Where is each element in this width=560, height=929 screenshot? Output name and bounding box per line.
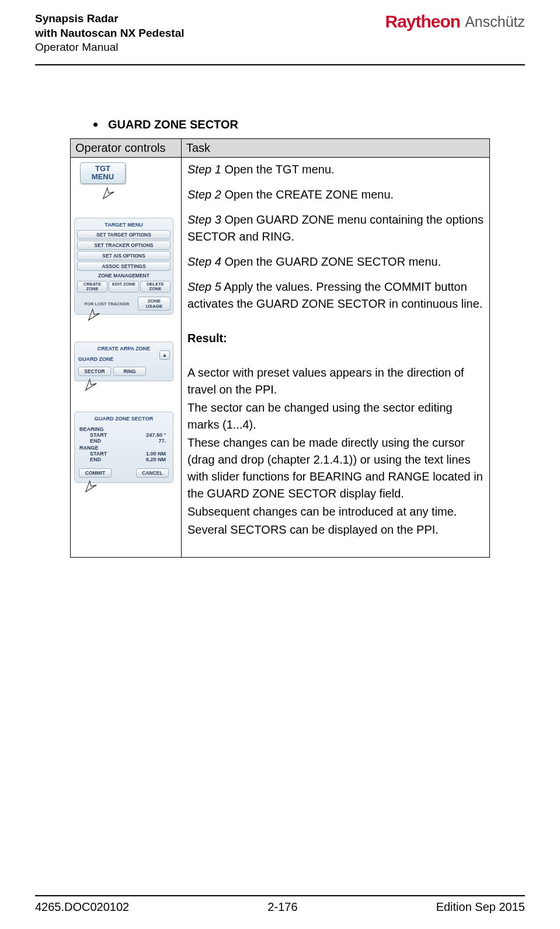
step4-text: Open the GUARD ZONE SECTOR menu. (221, 255, 441, 268)
operator-controls-cell: TGT MENU TARGET MENU SET TARGET OPT (71, 158, 182, 558)
bullet-icon (93, 123, 98, 127)
step5-label: Step 5 (187, 280, 221, 293)
assoc-settings-button[interactable]: ASSOC SETTINGS (77, 262, 171, 271)
guard-zone-label: GUARD ZONE (77, 354, 171, 366)
create-zone-button[interactable]: CREATE ZONE (77, 281, 107, 293)
chevron-up-icon: ▲ (162, 352, 168, 358)
col-header-task: Task (182, 139, 490, 158)
footer-doc-id: 4265.DOC020102 (35, 900, 129, 914)
ring-button[interactable]: RING (113, 367, 146, 376)
footer-divider (35, 895, 525, 896)
result-p3: These changes can be made directly using… (187, 434, 484, 502)
zone-management-label: ZONE MANAGEMENT (77, 273, 171, 279)
target-menu-title: TARGET MENU (77, 222, 171, 228)
result-p1: A sector with preset values appears in t… (187, 364, 484, 398)
task-cell: Step 1 Open the TGT menu. Step 2 Open th… (182, 158, 490, 558)
cancel-button[interactable]: CANCEL (136, 468, 169, 478)
result-p2: The sector can be changed using the sect… (187, 399, 484, 433)
section-heading: GUARD ZONE SECTOR (93, 118, 490, 131)
guard-zone-sector-panel: GUARD ZONE SECTOR BEARING START 247.50 °… (74, 412, 173, 483)
target-menu-panel: TARGET MENU SET TARGET OPTIONS SET TRACK… (74, 218, 173, 315)
tgt-menu-line2: MENU (92, 172, 114, 181)
result-label: Result: (187, 330, 484, 347)
footer-page-number: 2-176 (267, 900, 297, 914)
create-arpa-title: CREATE ARPA ZONE (77, 346, 171, 352)
header-title-block: Synapsis Radar with Nautoscan NX Pedesta… (35, 12, 185, 55)
header-line2: with Nautoscan NX Pedestal (35, 26, 185, 41)
bearing-end-value[interactable]: 77. (158, 438, 166, 444)
range-start-value[interactable]: 1.00 NM (146, 451, 166, 457)
set-tracker-options-button[interactable]: SET TRACKER OPTIONS (77, 241, 171, 250)
bearing-label: BEARING (79, 426, 168, 432)
step2-label: Step 2 (187, 188, 221, 201)
result-p5: Several SECTORS can be displayed on the … (187, 521, 484, 538)
header-line1: Synapsis Radar (35, 12, 185, 26)
step3-label: Step 3 (187, 213, 221, 226)
tgt-menu-line1: TGT (95, 164, 110, 173)
tgt-menu-button[interactable]: TGT MENU (80, 162, 126, 184)
edit-zone-button[interactable]: EDIT ZONE (109, 281, 139, 293)
task-table: Operator controls Task TGT MENU (70, 138, 490, 558)
cursor-arrow-icon (86, 307, 102, 323)
cursor-arrow-icon (83, 478, 99, 495)
zone-usage-button[interactable]: ZONE USAGE (138, 297, 171, 311)
commit-button[interactable]: COMMIT (79, 468, 112, 478)
step1-label: Step 1 (187, 163, 221, 176)
collapse-button[interactable]: ▲ (159, 350, 170, 360)
cursor-arrow-icon (83, 377, 99, 393)
range-label: RANGE (79, 445, 168, 451)
range-start-label: START (90, 451, 107, 457)
page-header: Synapsis Radar with Nautoscan NX Pedesta… (35, 12, 525, 61)
header-line3: Operator Manual (35, 40, 185, 55)
result-p4: Subsequent changes can be introduced at … (187, 503, 484, 520)
page-footer: 4265.DOC020102 2-176 Edition Sep 2015 (35, 900, 525, 914)
range-end-label: END (90, 457, 101, 462)
step4-label: Step 4 (187, 255, 221, 268)
logo-raytheon: Raytheon (385, 12, 460, 32)
gz-sector-title: GUARD ZONE SECTOR (77, 416, 171, 422)
bearing-end-label: END (90, 438, 101, 444)
section-title: GUARD ZONE SECTOR (108, 118, 238, 131)
step1-text: Open the TGT menu. (221, 163, 335, 176)
logo-anschutz: Anschütz (465, 13, 525, 30)
step5-text: Apply the values. Pressing the COMMIT bu… (187, 280, 482, 310)
cursor-arrow-icon (100, 185, 117, 201)
bearing-start-label: START (90, 432, 107, 438)
delete-zone-button[interactable]: DELETE ZONE (140, 281, 171, 293)
range-end-value[interactable]: 6.20 NM (146, 457, 166, 462)
bearing-start-value[interactable]: 247.50 ° (146, 432, 166, 438)
step3-text: Open GUARD ZONE menu containing the opti… (187, 213, 484, 243)
set-target-options-button[interactable]: SET TARGET OPTIONS (77, 230, 171, 239)
step2-text: Open the CREATE ZONE menu. (221, 188, 394, 201)
result-text: A sector with preset values appears in t… (187, 364, 484, 538)
set-ais-options-button[interactable]: SET AIS OPTIONS (77, 251, 171, 260)
col-header-controls: Operator controls (71, 139, 182, 158)
sector-button[interactable]: SECTOR (78, 367, 111, 376)
header-logo: Raytheon Anschütz (385, 12, 525, 32)
create-arpa-zone-panel: CREATE ARPA ZONE ▲ GUARD ZONE SECTOR RIN… (74, 342, 173, 381)
footer-edition: Edition Sep 2015 (436, 900, 525, 914)
